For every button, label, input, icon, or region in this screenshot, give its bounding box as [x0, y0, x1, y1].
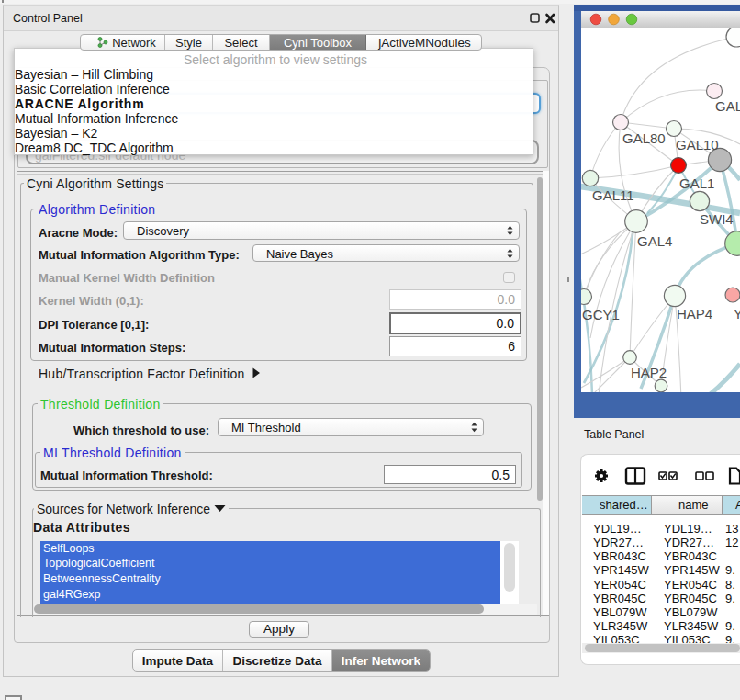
svg-text:GCY1: GCY1 [582, 307, 620, 322]
svg-text:GAL10: GAL10 [676, 137, 719, 152]
svg-text:HAP2: HAP2 [631, 365, 667, 380]
svg-text:GAL11: GAL11 [592, 187, 634, 203]
svg-text:GAL80: GAL80 [622, 130, 666, 146]
svg-text:Y: Y [734, 306, 740, 322]
svg-text:SWI4: SWI4 [700, 211, 734, 227]
svg-text:HAP4: HAP4 [677, 306, 712, 322]
svg-text:GAL: GAL [715, 98, 740, 114]
svg-text:GAL1: GAL1 [679, 175, 714, 191]
svg-text:GAL4: GAL4 [637, 233, 672, 249]
